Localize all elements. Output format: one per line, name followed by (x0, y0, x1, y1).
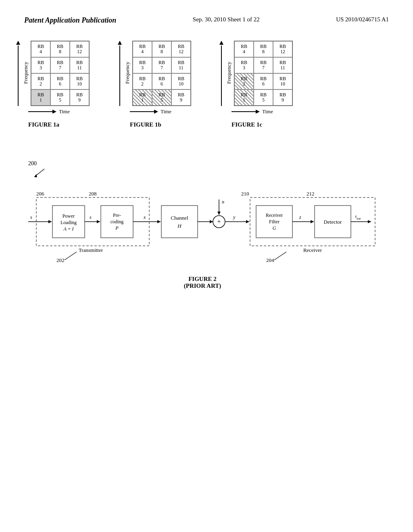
svg-marker-35 (246, 220, 249, 223)
svg-text:212: 212 (307, 191, 315, 197)
arrow-200 (28, 167, 52, 179)
svg-text:A = I: A = I (63, 226, 74, 232)
time-axis-1c: Time (232, 108, 273, 115)
time-label-1c: Time (262, 108, 273, 115)
svg-text:sest: sest (355, 214, 361, 220)
cell-1b-2-1: RB6 (152, 73, 171, 89)
cell-1a-3-2: RB9 (70, 89, 89, 106)
time-axis-1b: Time (130, 108, 171, 115)
svg-marker-14 (48, 220, 52, 223)
cell-1c-3-1: RB5 (254, 89, 273, 106)
svg-text:s: s (30, 214, 32, 220)
time-line-1c (232, 111, 256, 112)
cell-1a-2-2: RB10 (70, 73, 89, 89)
svg-text:208: 208 (89, 191, 97, 197)
cell-1c-2-2: RB10 (273, 73, 292, 89)
cell-1a-3-0-highlighted: RB1 (31, 89, 50, 106)
cell-1b-1-0: RB3 (133, 57, 152, 73)
time-arrow-1b (154, 110, 158, 114)
page-header: Patent Application Publication Sep. 30, … (0, 0, 413, 29)
cell-1c-0-1: RB8 (254, 41, 273, 57)
svg-text:H: H (177, 223, 181, 229)
figure-1b: Frequency RB4 RB8 RB12 RB3 RB7 RB11 RB2 … (118, 41, 191, 128)
freq-line (18, 46, 19, 106)
cell-1b-3-2: RB9 (171, 89, 191, 106)
caption-2: FIGURE 2 (PRIOR ART) (24, 276, 381, 289)
cell-1a-0-1: RB8 (50, 41, 70, 57)
svg-text:Pre-: Pre- (113, 212, 121, 218)
grid-1a: RB4 RB8 RB12 RB3 RB7 RB11 RB2 RB6 RB10 R… (31, 41, 90, 106)
time-line-1b (130, 111, 154, 112)
svg-text:x: x (143, 214, 146, 220)
cell-1c-2-1: RB6 (254, 73, 273, 89)
svg-text:Receiver: Receiver (303, 247, 322, 253)
svg-text:coding: coding (111, 219, 124, 224)
cell-1b-0-0: RB4 (133, 41, 152, 57)
cell-1a-1-0: RB3 (31, 57, 50, 73)
figure-1a: Frequency RB4 RB8 RB12 RB3 RB7 RB11 RB2 (16, 41, 90, 128)
time-label-1a: Time (59, 108, 70, 115)
svg-marker-1 (34, 174, 37, 177)
svg-text:Channel: Channel (171, 215, 188, 221)
svg-text:Loading: Loading (60, 220, 77, 225)
cell-1c-1-2: RB11 (273, 57, 292, 73)
svg-line-55 (274, 252, 286, 260)
cell-1c-0-2: RB12 (273, 41, 292, 57)
grid-1b: RB4 RB8 RB12 RB3 RB7 RB11 RB2 RB6 RB10 R… (132, 41, 191, 106)
svg-text:202: 202 (56, 257, 65, 263)
cell-1b-3-1-highlighted: RB5 (152, 89, 171, 106)
cell-1a-2-0: RB2 (31, 73, 50, 89)
cell-1b-0-1: RB8 (152, 41, 171, 57)
grid-1c: RB4 RB8 RB12 RB3 RB7 RB11 RB2 RB6 RB10 R… (234, 41, 293, 106)
freq-label-1b: Frequency (124, 62, 131, 84)
freq-arrow-up-1c (219, 41, 223, 45)
svg-marker-17 (97, 220, 100, 223)
svg-marker-43 (311, 220, 314, 223)
svg-text:206: 206 (36, 191, 44, 197)
time-line-1a (28, 111, 52, 112)
figure2-diagram: 206 208 Power Loading A = I Pre- coding … (24, 181, 387, 270)
svg-marker-26 (210, 220, 213, 223)
caption-1a: FIGURE 1a (28, 121, 59, 128)
cell-1a-0-2: RB12 (70, 41, 89, 57)
time-arrow-1c (256, 110, 260, 114)
svg-text:210: 210 (241, 191, 249, 197)
caption-1b: FIGURE 1b (130, 121, 161, 128)
svg-text:Detector: Detector (324, 219, 342, 225)
svg-text:s: s (90, 214, 92, 220)
freq-arrow-up (16, 41, 20, 45)
svg-text:204: 204 (266, 257, 274, 263)
cell-1c-1-1: RB7 (254, 57, 273, 73)
caption-2-line1: FIGURE 2 (PRIOR ART) (24, 276, 381, 289)
svg-text:+: + (217, 218, 221, 225)
svg-marker-30 (217, 212, 221, 215)
freq-arrow-up-1b (118, 41, 122, 45)
figure2-section: 200 206 208 Power Loading A = I Pre- cod… (0, 152, 413, 297)
cell-1b-0-2: RB12 (171, 41, 191, 57)
svg-marker-48 (368, 220, 371, 223)
freq-line-1b (119, 46, 120, 106)
cell-1b-1-1: RB7 (152, 57, 171, 73)
cell-1a-1-2: RB11 (70, 57, 89, 73)
figure-1c: Frequency RB4 RB8 RB12 RB3 RB7 RB11 RB2 … (219, 41, 293, 128)
svg-text:z: z (299, 214, 301, 220)
publication-number: US 2010/0246715 A1 (336, 16, 389, 23)
svg-text:P: P (115, 225, 119, 231)
svg-text:G: G (273, 225, 276, 231)
cell-1b-2-2: RB10 (171, 73, 191, 89)
freq-axis-1b (118, 41, 122, 106)
time-arrow-1a (52, 110, 56, 114)
freq-line-1c (221, 46, 222, 106)
svg-text:Receiver: Receiver (266, 212, 283, 218)
svg-text:y: y (233, 214, 236, 220)
cell-1a-0-0: RB4 (31, 41, 50, 57)
cell-1a-2-1: RB6 (50, 73, 70, 89)
cell-1a-1-1: RB7 (50, 57, 70, 73)
cell-1b-3-0-highlighted: RB1 (133, 89, 152, 106)
label-200: 200 (28, 160, 37, 167)
publication-type: Patent Application Publication (24, 16, 116, 25)
cell-1c-3-2: RB9 (273, 89, 292, 106)
page: Patent Application Publication Sep. 30, … (0, 0, 413, 532)
svg-text:Filter: Filter (269, 219, 280, 224)
cell-1c-2-0-highlighted: RB2 (234, 73, 254, 89)
